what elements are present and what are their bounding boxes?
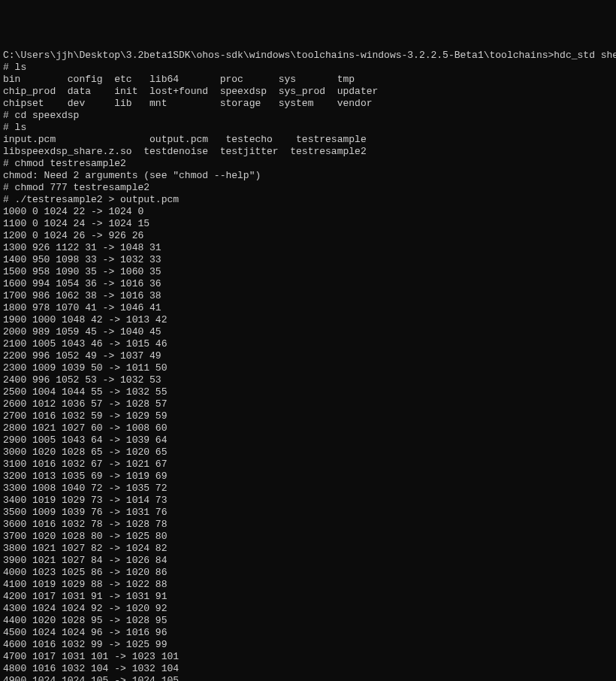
terminal-line: 4200 1017 1031 91 -> 1031 91 (3, 591, 613, 603)
terminal-line: 1800 978 1070 41 -> 1046 41 (3, 302, 613, 314)
terminal-line: # cd speexdsp (3, 110, 613, 122)
terminal-line: 1000 0 1024 22 -> 1024 0 (3, 206, 613, 218)
terminal-line: 2300 1009 1039 50 -> 1011 50 (3, 362, 613, 374)
terminal-line: 3900 1021 1027 84 -> 1026 84 (3, 555, 613, 567)
terminal-line: # ls (3, 122, 613, 134)
terminal-line: 2400 996 1052 53 -> 1032 53 (3, 374, 613, 386)
terminal-line: 3300 1008 1040 72 -> 1035 72 (3, 483, 613, 495)
terminal-line: 1500 958 1090 35 -> 1060 35 (3, 266, 613, 278)
terminal-line: 3200 1013 1035 69 -> 1019 69 (3, 471, 613, 483)
terminal-line: 4600 1016 1032 99 -> 1025 99 (3, 639, 613, 651)
terminal-line: chip_prod data init lost+found speexdsp … (3, 86, 613, 98)
terminal-line: 3000 1020 1028 65 -> 1020 65 (3, 446, 613, 459)
terminal-line: 4500 1024 1024 96 -> 1016 96 (3, 627, 613, 639)
terminal-line: 1700 986 1062 38 -> 1016 38 (3, 290, 613, 302)
terminal-line: C:\Users\jjh\Desktop\3.2beta1SDK\ohos-sd… (3, 50, 613, 62)
terminal-line: 3500 1009 1039 76 -> 1031 76 (3, 507, 613, 519)
terminal-line: 4300 1024 1024 92 -> 1020 92 (3, 603, 613, 615)
terminal-line: # chmod testresample2 (3, 158, 613, 170)
terminal-line: 1300 926 1122 31 -> 1048 31 (3, 242, 613, 254)
terminal-line: 1200 0 1024 26 -> 926 26 (3, 230, 613, 242)
terminal-line: 4100 1019 1029 88 -> 1022 88 (3, 579, 613, 591)
terminal-line: 2800 1021 1027 60 -> 1008 60 (3, 422, 613, 434)
terminal-line: # chmod 777 testresample2 (3, 182, 613, 194)
terminal-line: 4900 1024 1024 105 -> 1024 105 (3, 675, 613, 681)
terminal-line: libspeexdsp_share.z.so testdenoise testj… (3, 146, 613, 158)
terminal-line: chmod: Need 2 arguments (see "chmod --he… (3, 170, 613, 182)
terminal-line: 4700 1017 1031 101 -> 1023 101 (3, 651, 613, 663)
terminal-line: 2200 996 1052 49 -> 1037 49 (3, 350, 613, 362)
terminal-line: bin config etc lib64 proc sys tmp (3, 74, 613, 86)
terminal-line: 3400 1019 1029 73 -> 1014 73 (3, 495, 613, 507)
terminal-line: input.pcm output.pcm testecho testresamp… (3, 134, 613, 146)
terminal-line: 3100 1016 1032 67 -> 1021 67 (3, 459, 613, 471)
terminal-line: 1100 0 1024 24 -> 1024 15 (3, 218, 613, 230)
terminal-line: 2100 1005 1043 46 -> 1015 46 (3, 338, 613, 350)
terminal-line: 2600 1012 1036 57 -> 1028 57 (3, 398, 613, 410)
terminal-line: 4400 1020 1028 95 -> 1028 95 (3, 615, 613, 627)
terminal-line: # ls (3, 62, 613, 74)
terminal-line: 4800 1016 1032 104 -> 1032 104 (3, 663, 613, 675)
terminal-line: 4000 1023 1025 86 -> 1020 86 (3, 567, 613, 579)
terminal-line: 1400 950 1098 33 -> 1032 33 (3, 254, 613, 266)
terminal-line: # ./testresample2 > output.pcm (3, 194, 613, 206)
terminal-line: 2900 1005 1043 64 -> 1039 64 (3, 434, 613, 446)
terminal-line: 2500 1004 1044 55 -> 1032 55 (3, 386, 613, 398)
terminal-line: 1900 1000 1048 42 -> 1013 42 (3, 314, 613, 326)
terminal-line: 3700 1020 1028 80 -> 1025 80 (3, 531, 613, 543)
terminal-line: 1600 994 1054 36 -> 1016 36 (3, 278, 613, 290)
terminal-output[interactable]: C:\Users\jjh\Desktop\3.2beta1SDK\ohos-sd… (3, 50, 613, 681)
terminal-line: 3600 1016 1032 78 -> 1028 78 (3, 519, 613, 531)
terminal-line: 2000 989 1059 45 -> 1040 45 (3, 326, 613, 338)
terminal-line: 2700 1016 1032 59 -> 1029 59 (3, 410, 613, 422)
terminal-line: 3800 1021 1027 82 -> 1024 82 (3, 543, 613, 555)
terminal-line: chipset dev lib mnt storage system vendo… (3, 98, 613, 110)
